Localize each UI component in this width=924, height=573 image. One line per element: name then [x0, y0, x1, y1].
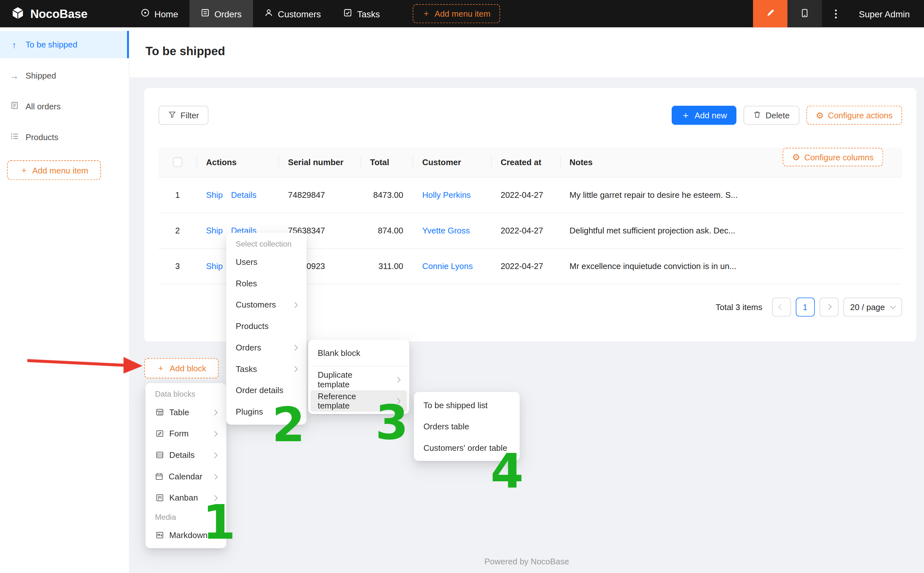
filter-icon: [168, 110, 176, 120]
created-at-cell: 2022-04-27: [491, 213, 560, 248]
toolbar-right: ＋ Add new Delete ⚙ Configure actions: [671, 106, 902, 125]
file-icon: [9, 101, 19, 111]
pagination-prev-button[interactable]: [772, 297, 791, 316]
nocobase-logo[interactable]: NocoBase: [0, 0, 130, 27]
customer-link[interactable]: Connie Lyons: [422, 261, 473, 271]
annotation-step-2: 2: [272, 401, 305, 449]
plus-icon: ＋: [681, 111, 691, 120]
list-icon: [9, 132, 19, 142]
app-root: NocoBase Home Orders Customers: [0, 0, 924, 573]
customer-link[interactable]: Holly Perkins: [422, 190, 471, 200]
chevron-right-icon: [212, 474, 218, 479]
menu-item-duplicate-template[interactable]: Duplicate template: [311, 369, 407, 390]
ship-action-link[interactable]: Ship: [206, 190, 223, 200]
ui-editor-button[interactable]: [753, 0, 787, 27]
page-size-select[interactable]: 20 / page: [843, 297, 902, 316]
form-icon: [155, 429, 164, 438]
pagination-total: Total 3 items: [716, 302, 762, 312]
menu-item-orders[interactable]: Orders: [228, 337, 304, 358]
menu-item-tasks[interactable]: Tasks: [228, 358, 304, 380]
sidebar-item-products[interactable]: Products: [0, 124, 129, 151]
notes-cell: My little garret repair to desire he est…: [560, 177, 902, 213]
main-nav: Home Orders Customers Tasks: [130, 0, 391, 27]
chevron-down-icon: [890, 303, 896, 309]
customer-link[interactable]: Yvette Gross: [422, 226, 470, 235]
nav-item-customers[interactable]: Customers: [253, 0, 332, 27]
total-cell: 311.00: [360, 248, 413, 284]
menu-item-to-be-shipped-list[interactable]: To be shipped list: [416, 395, 517, 416]
sidebar-item-shipped[interactable]: → Shipped: [0, 62, 129, 89]
nav-item-orders[interactable]: Orders: [189, 0, 253, 27]
details-icon: [155, 451, 164, 459]
notes-cell: Mr excellence inquietude conviction is i…: [560, 248, 902, 284]
chevron-right-icon: [826, 304, 832, 310]
th-select: [159, 147, 197, 177]
ship-action-link[interactable]: Ship: [206, 226, 223, 235]
th-serial-number: Serial number: [278, 147, 361, 177]
kebab-menu-icon[interactable]: [822, 0, 849, 27]
th-customer: Customer: [413, 147, 491, 177]
chevron-right-icon: [212, 452, 217, 458]
row-index: 2: [159, 213, 197, 248]
sidebar-add-menu-item-button[interactable]: ＋ Add menu item: [7, 160, 101, 180]
user-menu[interactable]: Super Admin: [849, 0, 924, 27]
tasks-icon: [343, 8, 352, 19]
menu-section-header: Select collection: [228, 235, 304, 251]
highlighter-icon: [765, 8, 775, 20]
th-actions: Actions: [197, 147, 278, 177]
orders-icon: [201, 8, 210, 19]
calendar-icon: [155, 472, 163, 481]
navbar-right: Super Admin: [753, 0, 924, 27]
row-index: 3: [159, 248, 197, 284]
menu-item-users[interactable]: Users: [228, 251, 304, 273]
plus-icon: ＋: [157, 363, 165, 374]
pagination-page-1[interactable]: 1: [796, 297, 815, 316]
menu-item-products[interactable]: Products: [228, 316, 304, 337]
serial-cell: 74829847: [278, 177, 361, 213]
chevron-right-icon: [292, 302, 297, 307]
notes-cell: Delightful met sufficient projection ask…: [560, 213, 902, 248]
menu-item-roles[interactable]: Roles: [228, 272, 304, 294]
annotation-step-3: 3: [375, 399, 408, 447]
delete-button[interactable]: Delete: [744, 106, 799, 125]
created-at-cell: 2022-04-27: [491, 177, 560, 213]
menu-item-form[interactable]: Form: [148, 423, 224, 445]
details-action-link[interactable]: Details: [231, 190, 256, 200]
chevron-right-icon: [395, 377, 400, 382]
menu-item-blank-block[interactable]: Blank block: [311, 342, 407, 363]
total-cell: 8473.00: [360, 177, 413, 213]
menu-item-calendar[interactable]: Calendar: [148, 466, 224, 487]
filter-button[interactable]: Filter: [159, 106, 209, 125]
th-total: Total: [360, 147, 413, 177]
select-collection-menu: Select collection Users Roles Customers …: [226, 233, 306, 424]
select-all-checkbox[interactable]: [173, 157, 183, 167]
add-block-button[interactable]: ＋ Add block: [144, 358, 219, 378]
mobile-icon: [800, 8, 810, 19]
sidebar-item-all-orders[interactable]: All orders: [0, 93, 129, 120]
nav-item-home[interactable]: Home: [130, 0, 189, 27]
ship-action-link[interactable]: Ship: [206, 261, 223, 271]
page-title: To be shipped: [145, 45, 924, 58]
nav-add-menu-item-button[interactable]: ＋ Add menu item: [413, 4, 500, 23]
page-header: To be shipped: [130, 27, 924, 77]
configure-columns-button[interactable]: ⚙ Configure columns: [783, 148, 883, 166]
add-new-button[interactable]: ＋ Add new: [671, 106, 736, 125]
sidebar-item-to-be-shipped[interactable]: ↑ To be shipped: [0, 31, 129, 58]
total-cell: 874.00: [360, 213, 413, 248]
menu-item-details[interactable]: Details: [148, 445, 224, 466]
table-row: 1 Ship Details 74829847 8473.00 Holly Pe…: [159, 177, 902, 213]
annotation-step-4: 4: [491, 448, 524, 495]
nav-item-tasks[interactable]: Tasks: [332, 0, 391, 27]
chevron-right-icon: [292, 366, 297, 372]
menu-item-orders-table[interactable]: Orders table: [416, 416, 517, 437]
menu-item-customers[interactable]: Customers: [228, 294, 304, 316]
menu-item-table[interactable]: Table: [148, 401, 224, 423]
logo-text: NocoBase: [30, 7, 87, 20]
menu-section-header: Data blocks: [148, 385, 224, 401]
pagination-next-button[interactable]: [819, 297, 838, 316]
gear-icon: ⚙: [792, 153, 800, 161]
mobile-client-button[interactable]: [787, 0, 822, 27]
configure-actions-button[interactable]: ⚙ Configure actions: [806, 106, 902, 125]
table-icon: [155, 408, 164, 416]
powered-by-footer: Powered by NocoBase: [130, 557, 924, 566]
